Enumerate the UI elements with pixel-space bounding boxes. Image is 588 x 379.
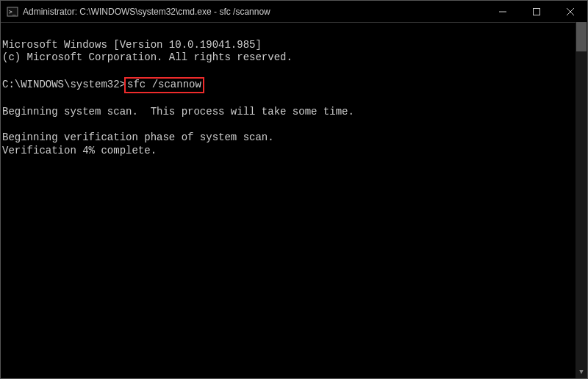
command-text: sfc /scannow: [127, 79, 201, 90]
copyright-line: (c) Microsoft Corporation. All rights re…: [2, 51, 293, 63]
minimize-button[interactable]: [486, 1, 520, 22]
maximize-button[interactable]: [520, 1, 553, 22]
vertical-scrollbar[interactable]: ▲ ▼: [576, 22, 587, 378]
scroll-down-arrow-icon[interactable]: ▼: [576, 367, 587, 378]
cmd-window: >_ Administrator: C:\WINDOWS\system32\cm…: [0, 0, 588, 379]
verification-phase-line: Beginning verification phase of system s…: [2, 131, 274, 143]
prompt-line: C:\WINDOWS\system32>sfc /scannow: [2, 79, 204, 90]
svg-rect-3: [534, 8, 540, 15]
scan-begin-line: Beginning system scan. This process will…: [2, 106, 354, 118]
verification-progress-line: Verification 4% complete.: [2, 145, 157, 156]
cmd-icon: >_: [7, 6, 18, 18]
prompt-text: C:\WINDOWS\system32>: [2, 79, 126, 90]
command-highlight: sfc /scannow: [124, 77, 204, 93]
version-line: Microsoft Windows [Version 10.0.19041.98…: [2, 39, 262, 51]
svg-text:>_: >_: [9, 9, 16, 15]
window-controls: [486, 1, 587, 22]
scroll-thumb[interactable]: [576, 22, 587, 51]
terminal-output[interactable]: Microsoft Windows [Version 10.0.19041.98…: [1, 23, 587, 378]
close-button[interactable]: [553, 1, 587, 22]
titlebar[interactable]: >_ Administrator: C:\WINDOWS\system32\cm…: [1, 1, 587, 23]
window-title: Administrator: C:\WINDOWS\system32\cmd.e…: [23, 7, 486, 17]
